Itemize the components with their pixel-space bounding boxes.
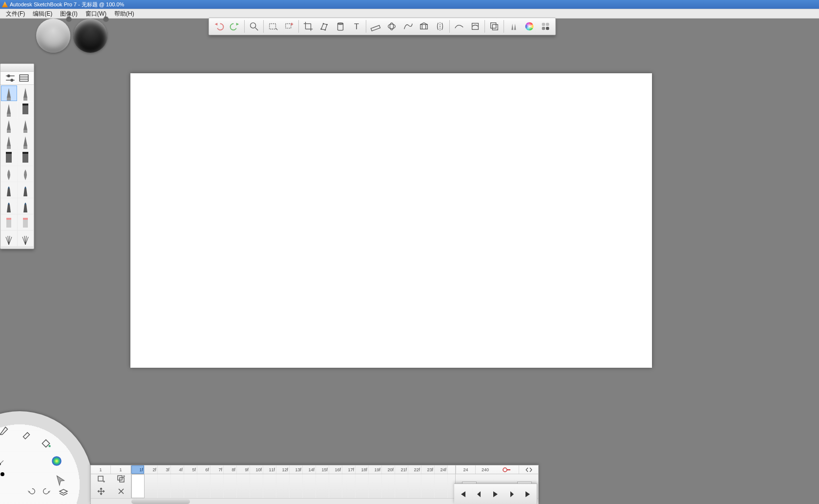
text-icon[interactable]: T [349, 19, 364, 34]
undo-icon[interactable] [211, 19, 227, 34]
menu-file[interactable]: 文件(F) [2, 9, 29, 18]
copic-icon[interactable] [538, 19, 553, 34]
fb-frame-22f[interactable] [408, 474, 421, 498]
ruler-icon[interactable] [368, 19, 383, 34]
go-start-icon[interactable] [456, 488, 469, 501]
fb-dup-layer-icon[interactable] [117, 475, 126, 485]
brush-palette[interactable] [0, 63, 34, 249]
brush-blur[interactable] [18, 198, 34, 214]
lagoon-undo-icon[interactable] [24, 484, 38, 498]
canvas-icon[interactable] [333, 19, 348, 34]
fb-frame-8f[interactable] [224, 474, 237, 498]
brush-airbrush-soft[interactable] [1, 166, 17, 182]
brush-palette-header[interactable] [0, 64, 34, 72]
fb-tick-24f[interactable]: 24f [435, 465, 448, 474]
fb-frame-7f[interactable] [210, 474, 224, 498]
fb-tick-19f[interactable]: 19f [369, 465, 382, 474]
lagoon-menu[interactable] [0, 411, 93, 504]
fb-keyframe-icon[interactable] [495, 465, 519, 474]
fb-frame-5f[interactable] [184, 474, 197, 498]
fb-tick-6f[interactable]: 6f [197, 465, 210, 474]
fb-tick-20f[interactable]: 20f [382, 465, 395, 474]
fb-loop-icon[interactable] [519, 465, 538, 474]
fb-frame-24f[interactable] [435, 474, 448, 498]
brush-smudge[interactable] [1, 198, 17, 214]
menu-edit[interactable]: 编辑(E) [29, 9, 56, 18]
brush-brush-hard[interactable] [18, 182, 34, 198]
fb-range-start[interactable]: 1 [91, 465, 111, 474]
transform-icon[interactable] [316, 19, 332, 34]
fb-tick-22f[interactable]: 22f [408, 465, 421, 474]
lagoon-layers-icon[interactable] [57, 485, 70, 499]
lagoon-dot-icon[interactable] [0, 467, 9, 481]
fb-frame-13f[interactable] [290, 474, 303, 498]
fb-move-icon[interactable] [97, 487, 105, 498]
lagoon-eraser-icon[interactable] [20, 428, 33, 441]
lagoon-brush-icon[interactable] [0, 423, 11, 437]
fb-frame-11f[interactable] [263, 474, 276, 498]
secondary-color-puck[interactable] [73, 19, 107, 53]
fb-frame-9f[interactable] [237, 474, 250, 498]
fb-delete-icon[interactable] [117, 487, 125, 497]
fb-frame-12f[interactable] [276, 474, 290, 498]
brush-marker-2[interactable] [18, 150, 34, 166]
brush-marker[interactable] [1, 150, 17, 166]
brush-pencil[interactable] [1, 85, 17, 101]
fb-tick-5f[interactable]: 5f [184, 465, 197, 474]
fb-tick-7f[interactable]: 7f [210, 465, 224, 474]
select-add-icon[interactable] [281, 19, 297, 34]
fb-tick-8f[interactable]: 8f [224, 465, 237, 474]
fb-tick-2f[interactable]: 2f [145, 465, 158, 474]
brush-fan[interactable] [18, 231, 34, 246]
brush-ballpoint[interactable] [1, 134, 17, 149]
fb-tick-11f[interactable]: 11f [263, 465, 276, 474]
fb-frame-4f[interactable] [171, 474, 184, 498]
fb-frame-10f[interactable] [250, 474, 263, 498]
perspective-icon[interactable] [416, 19, 432, 34]
fb-frame-20f[interactable] [382, 474, 395, 498]
symmetry-icon[interactable] [432, 19, 448, 34]
fb-frame-14f[interactable] [303, 474, 316, 498]
color-wheel-icon[interactable] [522, 19, 537, 34]
ellipse-guide-icon[interactable] [384, 19, 399, 34]
brush-eraser-hard[interactable] [1, 214, 17, 230]
brush-felt[interactable] [18, 118, 34, 133]
brush-pen[interactable] [18, 85, 34, 101]
lagoon-dropper-icon[interactable] [0, 455, 9, 469]
fb-tick-17f[interactable]: 17f [342, 465, 356, 474]
brush-sliders-icon[interactable] [5, 74, 16, 83]
brush-brush-soft[interactable] [1, 182, 17, 198]
fb-tick-4f[interactable]: 4f [171, 465, 184, 474]
brush-splatter[interactable] [1, 231, 17, 246]
steady-stroke-icon[interactable] [451, 19, 467, 34]
french-curve-icon[interactable] [400, 19, 416, 34]
fb-frame-19f[interactable] [369, 474, 382, 498]
fb-tick-14f[interactable]: 14f [303, 465, 316, 474]
fb-frame-17f[interactable] [342, 474, 356, 498]
fb-tick-10f[interactable]: 10f [250, 465, 263, 474]
fb-tick-23f[interactable]: 23f [421, 465, 435, 474]
prev-frame-icon[interactable] [473, 488, 485, 501]
fb-tick-15f[interactable]: 15f [316, 465, 329, 474]
go-end-icon[interactable] [522, 488, 535, 501]
fb-frame-1f[interactable] [131, 474, 145, 498]
fb-tick-16f[interactable]: 16f [329, 465, 342, 474]
redo-icon[interactable] [227, 19, 243, 34]
brush-tech-pen[interactable] [18, 134, 34, 149]
fb-tick-1f[interactable]: 1f [131, 465, 145, 474]
brush-lib-icon[interactable] [505, 19, 521, 34]
predictive-icon[interactable] [467, 19, 483, 34]
fb-frame-6f[interactable] [197, 474, 210, 498]
fb-tick-9f[interactable]: 9f [237, 465, 250, 474]
fb-frame-2f[interactable] [145, 474, 158, 498]
zoom-icon[interactable] [246, 19, 262, 34]
fb-range-end[interactable]: 24 [456, 465, 475, 474]
brush-marker-hard[interactable] [18, 102, 34, 117]
lagoon-redo-icon[interactable] [40, 484, 54, 498]
fb-tick-13f[interactable]: 13f [290, 465, 303, 474]
fb-range-start-2[interactable]: 1 [111, 465, 131, 474]
fb-add-layer-icon[interactable] [97, 475, 105, 485]
fb-tick-18f[interactable]: 18f [356, 465, 369, 474]
brush-airbrush-hard[interactable] [18, 166, 34, 182]
fb-tick-12f[interactable]: 12f [276, 465, 290, 474]
